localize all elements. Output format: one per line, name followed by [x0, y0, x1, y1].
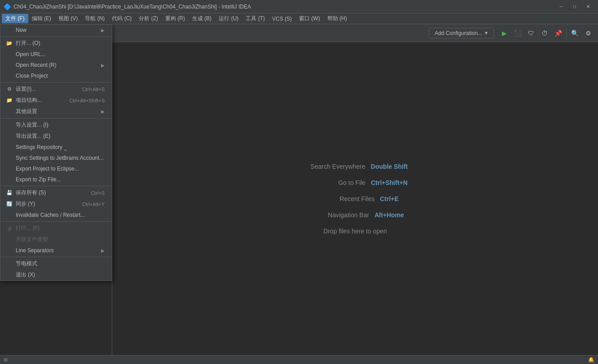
toolbar-right-controls: ▶ ⬛ 🛡 ⏱ 📌 🔍 ⚙ — [498, 27, 594, 39]
dropdown-item-arrow: ▶ — [101, 248, 105, 253]
dropdown-item-label: Export Project to Eclipse... — [16, 166, 79, 172]
search-everywhere-button[interactable]: 🔍 — [568, 27, 581, 39]
dropdown-item-label: Invalidate Caches / Restart... — [16, 212, 85, 218]
shortcut-label-recent: Recent Files — [312, 195, 374, 202]
drop-files-hint: Drop files here to open — [323, 228, 387, 235]
dropdown-item-invalidate-caches-/-restart...[interactable]: Invalidate Caches / Restart... — [0, 210, 112, 220]
menu-item-编辑_(E)[interactable]: 编辑 (E) — [28, 14, 55, 23]
dropdown-item-line-separators[interactable]: Line Separators▶ — [0, 245, 112, 256]
dropdown-item-icon: 🖨 — [6, 225, 13, 232]
settings-button[interactable]: ⚙ — [582, 27, 594, 39]
dropdown-item-label: Open URL... — [16, 51, 46, 57]
dropdown-item-label: 节电模式 — [16, 260, 37, 268]
run-icon[interactable]: ▶ — [498, 27, 510, 39]
dropdown-item-打开...-(o)[interactable]: 📂打开... (O) — [0, 38, 112, 49]
dropdown-item-其他设置[interactable]: 其他设置▶ — [0, 106, 112, 117]
dropdown-item-icon-spacer — [6, 165, 13, 172]
status-bar-notifications-icon[interactable]: 🔔 — [588, 357, 594, 363]
dropdown-item-设置(i)...[interactable]: ⚙设置(I)...Ctrl+Alt+S — [0, 83, 112, 95]
status-bar: ⊞ 🔔 — [0, 355, 598, 364]
dropdown-item-关联文件类型: 关联文件类型 — [0, 234, 112, 245]
status-bar-left-icon[interactable]: ⊞ — [4, 357, 8, 363]
menu-item-视图_(V)[interactable]: 视图 (V) — [55, 14, 81, 23]
dropdown-item-导入设置...-(i)[interactable]: 导入设置... (I) — [0, 119, 112, 131]
dropdown-item-shortcut: Ctrl+Alt+S — [82, 87, 105, 92]
dropdown-item-label: Settings Repository _ — [16, 144, 67, 150]
dropdown-item-项目结构...[interactable]: 📁项目结构...Ctrl+Alt+Shift+S — [0, 95, 112, 106]
stop-icon[interactable]: ⬛ — [511, 27, 524, 39]
shortcut-navigation-bar: Navigation Bar Alt+Home — [306, 211, 404, 219]
dropdown-item-export-to-zip-file...[interactable]: Export to Zip File... — [0, 174, 112, 185]
menu-item-窗口_(W)[interactable]: 窗口 (W) — [295, 14, 324, 23]
dropdown-item-sync-settings-to-jetbrains-account...[interactable]: Sync Settings to JetBrains Account... — [0, 153, 112, 163]
dropdown-item-icon: 🔄 — [6, 201, 13, 208]
shortcut-key-search: Double Shift — [371, 163, 408, 170]
menu-item-文件_(F)[interactable]: 文件 (F) — [2, 14, 28, 23]
dropdown-divider — [0, 82, 112, 83]
shortcut-recent-files: Recent Files Ctrl+E — [312, 195, 399, 202]
main-content: Search Everywhere Double Shift Go to Fil… — [112, 42, 598, 355]
dropdown-divider — [0, 186, 112, 186]
menu-bar: 文件 (F)编辑 (E)视图 (V)导航 (N)代码 (C)分析 (Z)重构 (… — [0, 13, 598, 24]
shortcut-search-everywhere: Search Everywhere Double Shift — [303, 163, 408, 170]
dropdown-item-label: Sync Settings to JetBrains Account... — [16, 155, 104, 161]
dropdown-item-icon: 📁 — [6, 97, 13, 104]
dropdown-item-label: 其他设置 — [16, 108, 37, 115]
profile-icon[interactable]: ⏱ — [538, 27, 551, 39]
dropdown-item-shortcut: Ctrl+Alt+Shift+S — [69, 98, 105, 103]
shortcut-key-recent: Ctrl+E — [380, 195, 399, 202]
file-menu-dropdown: New▶📂打开... (O)Open URL...Open Recent (R)… — [0, 24, 112, 281]
menu-item-重构_(R)[interactable]: 重构 (R) — [162, 14, 189, 23]
dropdown-item-退出-(x)[interactable]: 退出 (X) — [0, 269, 112, 281]
dropdown-item-label: Open Recent (R) — [16, 62, 57, 68]
menu-item-生成_(B)[interactable]: 生成 (B) — [189, 14, 215, 23]
coverage-icon[interactable]: 🛡 — [525, 27, 537, 39]
maximize-button[interactable]: □ — [568, 2, 581, 11]
dropdown-item-new[interactable]: New▶ — [0, 25, 112, 35]
minimize-button[interactable]: ─ — [555, 2, 567, 11]
menu-item-代码_(C)[interactable]: 代码 (C) — [108, 14, 135, 23]
window-controls: ─ □ ✕ — [555, 2, 594, 11]
dropdown-item-export-project-to-eclipse...[interactable]: Export Project to Eclipse... — [0, 163, 112, 174]
dropdown-item-label: Export to Zip File... — [16, 176, 61, 183]
menu-item-帮助_(H)[interactable]: 帮助 (H) — [324, 14, 351, 23]
dropdown-item-节电模式[interactable]: 节电模式 — [0, 258, 112, 269]
dropdown-divider — [0, 257, 112, 257]
menu-item-运行_(U)[interactable]: 运行 (U) — [215, 14, 242, 23]
dropdown-item-icon-spacer — [6, 61, 13, 69]
menu-item-VCS_(S)[interactable]: VCS (S) — [268, 15, 295, 23]
dropdown-item-shortcut: Ctrl+Alt+Y — [82, 202, 105, 207]
dropdown-item-icon-spacer — [6, 211, 13, 219]
dropdown-item-同步-(y)[interactable]: 🔄同步 (Y)Ctrl+Alt+Y — [0, 198, 112, 210]
dropdown-item-导出设置...-(e)[interactable]: 导出设置... (E) — [0, 131, 112, 142]
dropdown-item-icon: ⚙ — [6, 86, 13, 93]
dropdown-item-icon-spacer — [6, 154, 13, 162]
shortcut-goto-file: Go to File Ctrl+Shift+N — [303, 179, 408, 186]
dropdown-item-label: Line Separators — [16, 247, 54, 254]
add-config-dropdown-icon: ▼ — [484, 31, 488, 35]
dropdown-item-保存所有-(s)[interactable]: 💾保存所有 (S)Ctrl+S — [0, 187, 112, 198]
menu-item-导航_(N)[interactable]: 导航 (N) — [81, 14, 108, 23]
dropdown-item-icon-spacer — [6, 108, 13, 115]
pin-icon[interactable]: 📌 — [552, 27, 564, 39]
dropdown-item-icon-spacer — [6, 247, 13, 254]
dropdown-item-arrow: ▶ — [101, 63, 105, 68]
dropdown-item-open-url...[interactable]: Open URL... — [0, 49, 112, 60]
add-configuration-button[interactable]: Add Configuration... ▼ — [429, 28, 494, 39]
dropdown-item-open-recent-(r)[interactable]: Open Recent (R)▶ — [0, 60, 112, 70]
dropdown-item-label: New — [16, 27, 26, 33]
close-button[interactable]: ✕ — [582, 2, 594, 11]
dropdown-item-label: 项目结构... — [16, 96, 42, 104]
menu-item-分析_(Z)[interactable]: 分析 (Z) — [135, 14, 162, 23]
menu-item-工具_(T)[interactable]: 工具 (T) — [242, 14, 268, 23]
app-icon: 🔷 — [4, 3, 11, 10]
dropdown-item-icon-spacer — [6, 236, 13, 243]
dropdown-item-settings-repository-_[interactable]: Settings Repository _ — [0, 142, 112, 153]
dropdown-item-label: 设置(I)... — [16, 85, 36, 93]
shortcut-label-goto: Go to File — [303, 179, 365, 186]
dropdown-item-icon-spacer — [6, 51, 13, 58]
dropdown-item-close-project[interactable]: Close Project — [0, 70, 112, 81]
dropdown-item-label: 打印... (P) — [16, 224, 40, 232]
dropdown-item-icon-spacer — [6, 176, 13, 183]
dropdown-item-label: 打开... (O) — [16, 39, 40, 47]
